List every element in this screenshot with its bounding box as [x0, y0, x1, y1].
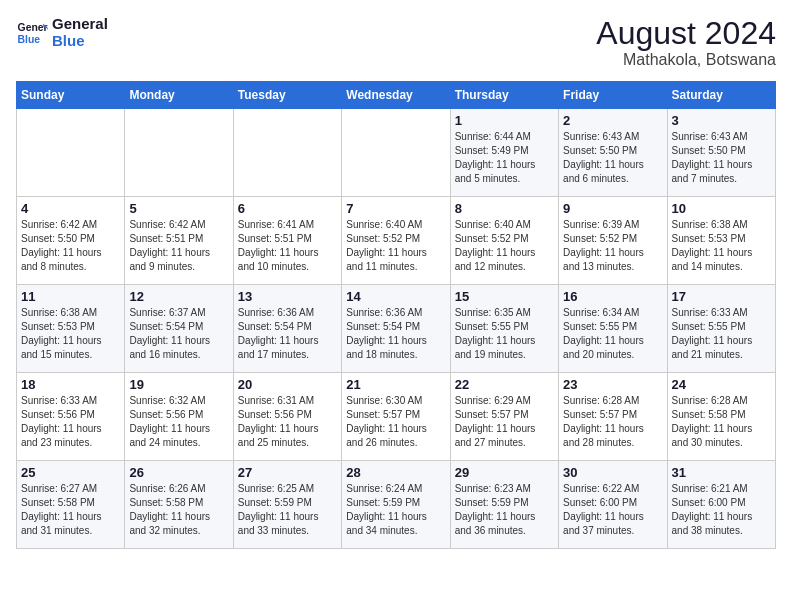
day-number: 4 — [21, 201, 120, 216]
day-info: Sunrise: 6:32 AM Sunset: 5:56 PM Dayligh… — [129, 394, 228, 450]
day-cell: 23Sunrise: 6:28 AM Sunset: 5:57 PM Dayli… — [559, 373, 667, 461]
day-cell: 18Sunrise: 6:33 AM Sunset: 5:56 PM Dayli… — [17, 373, 125, 461]
day-cell — [17, 109, 125, 197]
location-subtitle: Mathakola, Botswana — [596, 51, 776, 69]
day-number: 31 — [672, 465, 771, 480]
day-cell: 3Sunrise: 6:43 AM Sunset: 5:50 PM Daylig… — [667, 109, 775, 197]
day-number: 21 — [346, 377, 445, 392]
day-number: 24 — [672, 377, 771, 392]
day-info: Sunrise: 6:30 AM Sunset: 5:57 PM Dayligh… — [346, 394, 445, 450]
day-info: Sunrise: 6:23 AM Sunset: 5:59 PM Dayligh… — [455, 482, 554, 538]
day-header-row: SundayMondayTuesdayWednesdayThursdayFrid… — [17, 82, 776, 109]
day-number: 17 — [672, 289, 771, 304]
day-number: 8 — [455, 201, 554, 216]
week-row-2: 4Sunrise: 6:42 AM Sunset: 5:50 PM Daylig… — [17, 197, 776, 285]
week-row-4: 18Sunrise: 6:33 AM Sunset: 5:56 PM Dayli… — [17, 373, 776, 461]
day-info: Sunrise: 6:40 AM Sunset: 5:52 PM Dayligh… — [346, 218, 445, 274]
day-number: 13 — [238, 289, 337, 304]
day-number: 9 — [563, 201, 662, 216]
day-cell: 7Sunrise: 6:40 AM Sunset: 5:52 PM Daylig… — [342, 197, 450, 285]
day-info: Sunrise: 6:41 AM Sunset: 5:51 PM Dayligh… — [238, 218, 337, 274]
day-info: Sunrise: 6:38 AM Sunset: 5:53 PM Dayligh… — [672, 218, 771, 274]
day-info: Sunrise: 6:40 AM Sunset: 5:52 PM Dayligh… — [455, 218, 554, 274]
day-info: Sunrise: 6:33 AM Sunset: 5:55 PM Dayligh… — [672, 306, 771, 362]
day-info: Sunrise: 6:34 AM Sunset: 5:55 PM Dayligh… — [563, 306, 662, 362]
day-cell: 14Sunrise: 6:36 AM Sunset: 5:54 PM Dayli… — [342, 285, 450, 373]
day-cell: 29Sunrise: 6:23 AM Sunset: 5:59 PM Dayli… — [450, 461, 558, 549]
day-cell: 5Sunrise: 6:42 AM Sunset: 5:51 PM Daylig… — [125, 197, 233, 285]
day-number: 1 — [455, 113, 554, 128]
day-number: 25 — [21, 465, 120, 480]
day-cell: 22Sunrise: 6:29 AM Sunset: 5:57 PM Dayli… — [450, 373, 558, 461]
day-number: 27 — [238, 465, 337, 480]
day-cell: 10Sunrise: 6:38 AM Sunset: 5:53 PM Dayli… — [667, 197, 775, 285]
day-cell: 28Sunrise: 6:24 AM Sunset: 5:59 PM Dayli… — [342, 461, 450, 549]
header-tuesday: Tuesday — [233, 82, 341, 109]
day-info: Sunrise: 6:25 AM Sunset: 5:59 PM Dayligh… — [238, 482, 337, 538]
day-info: Sunrise: 6:27 AM Sunset: 5:58 PM Dayligh… — [21, 482, 120, 538]
day-info: Sunrise: 6:43 AM Sunset: 5:50 PM Dayligh… — [672, 130, 771, 186]
calendar-table: SundayMondayTuesdayWednesdayThursdayFrid… — [16, 81, 776, 549]
day-number: 5 — [129, 201, 228, 216]
day-number: 7 — [346, 201, 445, 216]
day-number: 12 — [129, 289, 228, 304]
day-info: Sunrise: 6:42 AM Sunset: 5:50 PM Dayligh… — [21, 218, 120, 274]
day-info: Sunrise: 6:28 AM Sunset: 5:58 PM Dayligh… — [672, 394, 771, 450]
month-year-title: August 2024 — [596, 16, 776, 51]
day-number: 10 — [672, 201, 771, 216]
day-number: 16 — [563, 289, 662, 304]
week-row-5: 25Sunrise: 6:27 AM Sunset: 5:58 PM Dayli… — [17, 461, 776, 549]
day-cell — [125, 109, 233, 197]
day-cell: 12Sunrise: 6:37 AM Sunset: 5:54 PM Dayli… — [125, 285, 233, 373]
day-cell: 20Sunrise: 6:31 AM Sunset: 5:56 PM Dayli… — [233, 373, 341, 461]
day-number: 2 — [563, 113, 662, 128]
day-info: Sunrise: 6:26 AM Sunset: 5:58 PM Dayligh… — [129, 482, 228, 538]
week-row-1: 1Sunrise: 6:44 AM Sunset: 5:49 PM Daylig… — [17, 109, 776, 197]
day-cell: 19Sunrise: 6:32 AM Sunset: 5:56 PM Dayli… — [125, 373, 233, 461]
day-number: 14 — [346, 289, 445, 304]
day-cell — [342, 109, 450, 197]
logo-icon: General Blue — [16, 17, 48, 49]
day-info: Sunrise: 6:31 AM Sunset: 5:56 PM Dayligh… — [238, 394, 337, 450]
day-cell: 24Sunrise: 6:28 AM Sunset: 5:58 PM Dayli… — [667, 373, 775, 461]
day-info: Sunrise: 6:35 AM Sunset: 5:55 PM Dayligh… — [455, 306, 554, 362]
day-cell: 11Sunrise: 6:38 AM Sunset: 5:53 PM Dayli… — [17, 285, 125, 373]
header-thursday: Thursday — [450, 82, 558, 109]
day-number: 23 — [563, 377, 662, 392]
day-cell: 27Sunrise: 6:25 AM Sunset: 5:59 PM Dayli… — [233, 461, 341, 549]
day-number: 26 — [129, 465, 228, 480]
day-info: Sunrise: 6:24 AM Sunset: 5:59 PM Dayligh… — [346, 482, 445, 538]
logo: General Blue General Blue — [16, 16, 108, 49]
day-info: Sunrise: 6:38 AM Sunset: 5:53 PM Dayligh… — [21, 306, 120, 362]
day-info: Sunrise: 6:21 AM Sunset: 6:00 PM Dayligh… — [672, 482, 771, 538]
day-number: 19 — [129, 377, 228, 392]
day-cell: 31Sunrise: 6:21 AM Sunset: 6:00 PM Dayli… — [667, 461, 775, 549]
day-cell: 4Sunrise: 6:42 AM Sunset: 5:50 PM Daylig… — [17, 197, 125, 285]
day-number: 3 — [672, 113, 771, 128]
day-cell: 2Sunrise: 6:43 AM Sunset: 5:50 PM Daylig… — [559, 109, 667, 197]
day-info: Sunrise: 6:28 AM Sunset: 5:57 PM Dayligh… — [563, 394, 662, 450]
page-header: General Blue General Blue August 2024 Ma… — [16, 16, 776, 69]
day-info: Sunrise: 6:43 AM Sunset: 5:50 PM Dayligh… — [563, 130, 662, 186]
day-number: 20 — [238, 377, 337, 392]
day-cell: 26Sunrise: 6:26 AM Sunset: 5:58 PM Dayli… — [125, 461, 233, 549]
day-number: 29 — [455, 465, 554, 480]
header-sunday: Sunday — [17, 82, 125, 109]
day-info: Sunrise: 6:44 AM Sunset: 5:49 PM Dayligh… — [455, 130, 554, 186]
day-number: 15 — [455, 289, 554, 304]
day-number: 30 — [563, 465, 662, 480]
day-cell: 16Sunrise: 6:34 AM Sunset: 5:55 PM Dayli… — [559, 285, 667, 373]
day-info: Sunrise: 6:22 AM Sunset: 6:00 PM Dayligh… — [563, 482, 662, 538]
day-cell: 1Sunrise: 6:44 AM Sunset: 5:49 PM Daylig… — [450, 109, 558, 197]
header-monday: Monday — [125, 82, 233, 109]
day-cell: 6Sunrise: 6:41 AM Sunset: 5:51 PM Daylig… — [233, 197, 341, 285]
day-info: Sunrise: 6:29 AM Sunset: 5:57 PM Dayligh… — [455, 394, 554, 450]
day-info: Sunrise: 6:42 AM Sunset: 5:51 PM Dayligh… — [129, 218, 228, 274]
day-info: Sunrise: 6:36 AM Sunset: 5:54 PM Dayligh… — [238, 306, 337, 362]
header-friday: Friday — [559, 82, 667, 109]
day-cell — [233, 109, 341, 197]
day-info: Sunrise: 6:36 AM Sunset: 5:54 PM Dayligh… — [346, 306, 445, 362]
day-info: Sunrise: 6:39 AM Sunset: 5:52 PM Dayligh… — [563, 218, 662, 274]
day-cell: 9Sunrise: 6:39 AM Sunset: 5:52 PM Daylig… — [559, 197, 667, 285]
day-cell: 17Sunrise: 6:33 AM Sunset: 5:55 PM Dayli… — [667, 285, 775, 373]
